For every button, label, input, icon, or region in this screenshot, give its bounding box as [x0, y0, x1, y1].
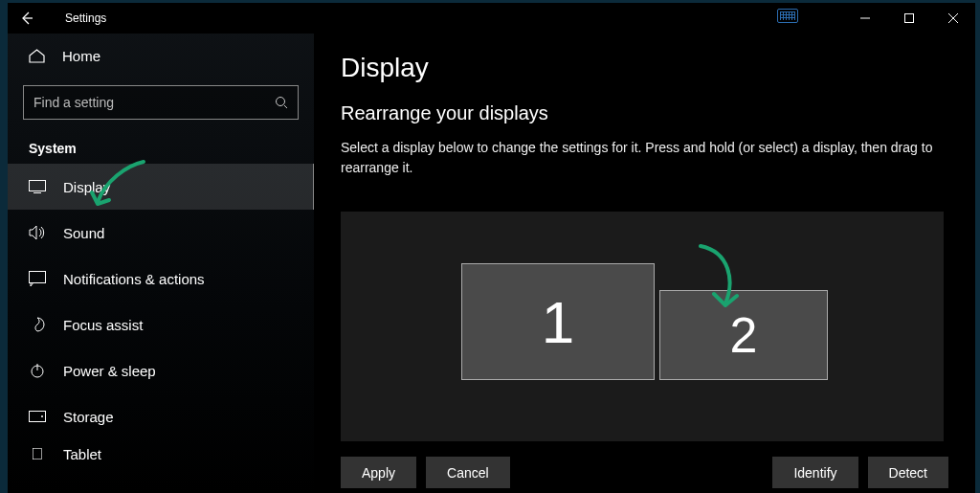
- sidebar-item-label: Power & sleep: [63, 363, 156, 379]
- sidebar-item-label: Focus assist: [63, 317, 143, 333]
- nav-list: Display Sound Notifications & actions Fo…: [8, 164, 314, 468]
- home-link[interactable]: Home: [8, 34, 314, 78]
- monitor-2[interactable]: 2: [659, 290, 828, 380]
- sidebar-item-label: Tablet: [63, 446, 101, 462]
- svg-rect-0: [905, 14, 914, 23]
- sidebar-item-label: Display: [63, 179, 110, 195]
- identify-button[interactable]: Identify: [772, 457, 858, 488]
- focus-icon: [29, 316, 46, 333]
- svg-point-6: [41, 415, 43, 417]
- sidebar: Home Find a setting System Display Sound: [8, 34, 314, 493]
- apply-button[interactable]: Apply: [341, 457, 416, 488]
- sidebar-item-label: Sound: [63, 225, 104, 241]
- monitor-1-label: 1: [542, 288, 574, 356]
- sidebar-item-focus[interactable]: Focus assist: [8, 302, 314, 347]
- titlebar: Settings: [8, 3, 975, 34]
- maximize-button[interactable]: [887, 3, 931, 34]
- page-heading: Display: [341, 53, 975, 83]
- storage-icon: [29, 408, 46, 425]
- power-icon: [29, 362, 46, 379]
- back-button[interactable]: [8, 3, 46, 34]
- detect-button[interactable]: Detect: [868, 457, 948, 488]
- window-title: Settings: [65, 11, 106, 25]
- svg-rect-7: [33, 448, 42, 459]
- page-subheading: Rearrange your displays: [341, 102, 975, 124]
- section-header: System: [8, 120, 314, 164]
- sidebar-item-sound[interactable]: Sound: [8, 210, 314, 256]
- display-icon: [29, 178, 46, 195]
- tablet-icon: [29, 445, 46, 462]
- home-icon: [29, 49, 45, 63]
- notifications-icon: [29, 270, 46, 287]
- sidebar-item-power[interactable]: Power & sleep: [8, 347, 314, 393]
- svg-rect-2: [30, 181, 46, 191]
- svg-rect-3: [30, 272, 46, 283]
- keyboard-indicator-icon[interactable]: [777, 9, 798, 23]
- minimize-button[interactable]: [843, 3, 887, 34]
- search-placeholder: Find a setting: [33, 95, 114, 110]
- search-input[interactable]: Find a setting: [23, 85, 299, 120]
- sound-icon: [29, 224, 46, 241]
- sidebar-item-storage[interactable]: Storage: [8, 393, 314, 439]
- sidebar-item-display[interactable]: Display: [8, 164, 314, 210]
- close-button[interactable]: [931, 3, 975, 34]
- settings-window: Settings Home Find a setting System Disp…: [8, 3, 975, 493]
- page-description: Select a display below to change the set…: [341, 138, 953, 178]
- monitor-2-label: 2: [730, 306, 758, 364]
- button-row: Apply Cancel Identify Detect: [341, 457, 948, 488]
- search-icon: [275, 96, 288, 109]
- monitor-1[interactable]: 1: [461, 263, 655, 380]
- svg-point-1: [277, 98, 285, 106]
- display-arrangement-area[interactable]: 1 2: [341, 212, 944, 441]
- cancel-button[interactable]: Cancel: [426, 457, 510, 488]
- sidebar-item-label: Notifications & actions: [63, 271, 205, 287]
- sidebar-item-notifications[interactable]: Notifications & actions: [8, 256, 314, 302]
- sidebar-item-label: Storage: [63, 409, 114, 425]
- home-label: Home: [62, 48, 100, 64]
- main-content: Display Rearrange your displays Select a…: [314, 34, 975, 493]
- sidebar-item-tablet[interactable]: Tablet: [8, 439, 314, 468]
